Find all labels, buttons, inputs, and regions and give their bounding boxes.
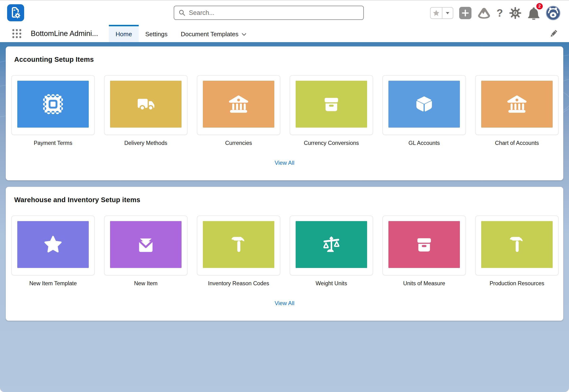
tab-bar: HomeSettingsDocument Templates: [109, 25, 254, 42]
tab-document-templates[interactable]: Document Templates: [174, 25, 254, 42]
tile-label: Chart of Accounts: [475, 140, 559, 146]
star-icon: [432, 9, 440, 17]
app-launcher-button[interactable]: [12, 29, 22, 39]
archive-box-icon: [389, 221, 460, 268]
tab-home[interactable]: Home: [109, 25, 139, 42]
trailhead-icon: [477, 7, 491, 19]
tile-currency-conversions[interactable]: Currency Conversions: [290, 75, 373, 146]
help-button[interactable]: ?: [497, 8, 503, 18]
tile-thumbnail[interactable]: [475, 75, 559, 135]
tile-units-of-measure[interactable]: Units of Measure: [383, 216, 466, 287]
trailhead-button[interactable]: [477, 7, 491, 19]
app-launcher-icon: [12, 29, 22, 39]
tile-label: Units of Measure: [383, 280, 466, 287]
tile-label: New Item: [104, 280, 187, 287]
tab-label: Home: [115, 30, 132, 38]
tile-thumbnail[interactable]: [11, 216, 95, 275]
tab-label: Document Templates: [181, 30, 239, 38]
app-name: BottomLine Admini...: [31, 29, 98, 38]
view-all-link[interactable]: View All: [275, 160, 294, 166]
bear-avatar-icon[interactable]: [546, 6, 560, 20]
tile-production-resources[interactable]: Production Resources: [475, 216, 559, 287]
tile-weight-units[interactable]: Weight Units: [290, 216, 373, 287]
bank-icon: [481, 81, 553, 127]
tile-currencies[interactable]: Currencies: [197, 75, 280, 146]
chevron-down-icon: [241, 31, 247, 37]
header-actions: ?: [430, 0, 560, 25]
archive-box-icon: [296, 81, 367, 127]
tile-thumbnail[interactable]: [197, 75, 280, 135]
tile-label: Inventory Reason Codes: [197, 280, 280, 287]
tile-thumbnail[interactable]: [11, 75, 95, 135]
tab-label: Settings: [145, 30, 167, 38]
tile-thumbnail[interactable]: [475, 216, 559, 275]
tile-grid: New Item Template New Item Inventory Rea…: [6, 216, 563, 287]
scales-icon: [296, 221, 367, 268]
app-nav-bar: BottomLine Admini... HomeSettingsDocumen…: [0, 25, 569, 42]
tile-label: Production Resources: [475, 280, 559, 287]
star-icon: [17, 221, 89, 268]
truck-icon: [110, 81, 181, 127]
global-search[interactable]: [174, 6, 364, 20]
gear-icon: [509, 7, 522, 19]
pencil-icon: [549, 29, 558, 38]
bank-icon: [203, 81, 274, 127]
section-title: Warehouse and Inventory Setup items: [14, 196, 563, 204]
tile-delivery-methods[interactable]: Delivery Methods: [104, 75, 187, 146]
tile-payment-terms[interactable]: Payment Terms: [11, 75, 95, 146]
tile-label: Currency Conversions: [290, 140, 373, 146]
question-icon: ?: [497, 8, 503, 18]
tile-chart-of-accounts[interactable]: Chart of Accounts: [475, 75, 559, 146]
tile-label: Payment Terms: [11, 140, 95, 146]
document-gear-icon: [7, 4, 24, 21]
section-accounting-setup-items: Accounting Setup Items Payment Terms Del…: [6, 46, 563, 180]
edit-nav-button[interactable]: [549, 29, 558, 38]
tab-settings[interactable]: Settings: [139, 25, 174, 42]
tile-inventory-reason-codes[interactable]: Inventory Reason Codes: [197, 216, 280, 287]
tile-thumbnail[interactable]: [383, 75, 466, 135]
notifications-button[interactable]: 2: [527, 6, 540, 20]
section-title: Accounting Setup Items: [14, 56, 563, 63]
tile-new-item[interactable]: New Item: [104, 216, 187, 287]
favorites-menu-button[interactable]: [442, 7, 453, 19]
caret-down-icon: [445, 11, 450, 15]
global-header: ?: [0, 0, 569, 25]
search-input[interactable]: [189, 9, 359, 16]
tile-label: Currencies: [197, 140, 280, 146]
tile-gl-accounts[interactable]: GL Accounts: [383, 75, 466, 146]
cube-icon: [389, 81, 460, 127]
plus-icon: [461, 9, 469, 17]
tile-thumbnail[interactable]: [104, 75, 187, 135]
search-icon: [179, 9, 186, 16]
tile-label: GL Accounts: [383, 140, 466, 146]
tile-label: New Item Template: [11, 280, 95, 287]
quick-add-button[interactable]: [459, 7, 472, 19]
tile-label: Delivery Methods: [104, 140, 187, 146]
main-content: Accounting Setup Items Payment Terms Del…: [0, 42, 569, 392]
section-warehouse-and-inventory-setup-items: Warehouse and Inventory Setup items New …: [6, 187, 563, 321]
favorites-group: [430, 7, 453, 19]
favorite-button[interactable]: [430, 7, 442, 19]
notification-count-badge: 2: [536, 3, 543, 10]
hammer-icon: [481, 221, 553, 268]
tile-label: Weight Units: [290, 280, 373, 287]
tile-thumbnail[interactable]: [104, 216, 187, 275]
envelope-icon: [110, 221, 181, 268]
tile-thumbnail[interactable]: [290, 216, 373, 275]
hammer-icon: [203, 221, 274, 268]
stamp-icon: [17, 81, 89, 127]
setup-button[interactable]: [509, 7, 522, 19]
tile-thumbnail[interactable]: [197, 216, 280, 275]
tile-grid: Payment Terms Delivery Methods Currencie…: [6, 75, 563, 146]
tile-thumbnail[interactable]: [290, 75, 373, 135]
tile-thumbnail[interactable]: [383, 216, 466, 275]
view-all-link[interactable]: View All: [275, 300, 294, 306]
tile-new-item-template[interactable]: New Item Template: [11, 216, 95, 287]
